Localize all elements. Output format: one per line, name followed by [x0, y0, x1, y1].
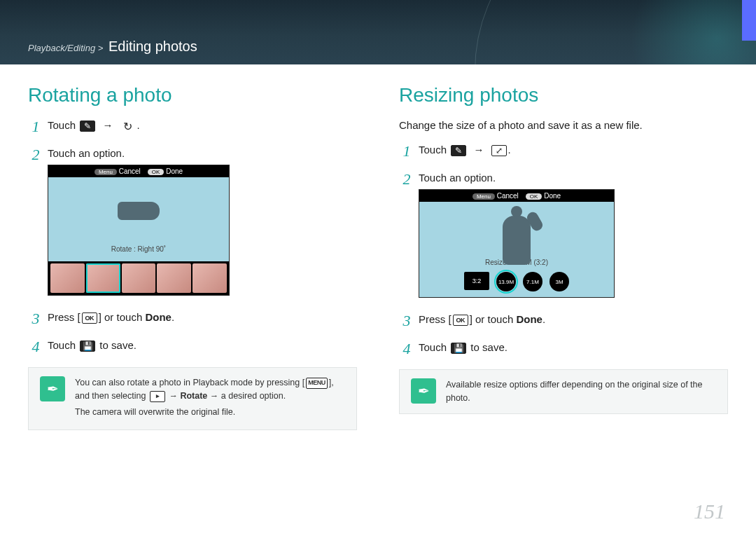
step-1: Touch ✎ → ↻. — [28, 119, 357, 132]
note-text: You can also rotate a photo in Playback … — [75, 376, 345, 421]
thumb-selected — [86, 263, 120, 293]
menu-pill: Menu — [94, 169, 117, 175]
ok-pill: OK — [148, 169, 164, 175]
rotate-icon: ↻ — [120, 121, 136, 132]
ok-key-icon: OK — [453, 315, 468, 326]
arrow-icon: → — [473, 144, 484, 156]
step-2: Touch an option. Menu Cancel OK Done Res… — [399, 172, 728, 298]
step-4: Touch 💾 to save. — [28, 339, 357, 352]
rotate-screenshot: Menu Cancel OK Done Rotate : Right 90˚ — [48, 165, 230, 296]
note-text: Available resize options differ dependin… — [446, 378, 716, 405]
thumb — [192, 263, 227, 293]
resize-preview: Resize : 13.9M (3:2) 3:2 13.9M 7.1M 3M — [419, 202, 614, 297]
thumb — [122, 263, 156, 293]
edit-icon: ✎ — [451, 145, 466, 156]
thumbnail-strip — [48, 261, 229, 295]
breadcrumb: Playback/Editing > Editing photos — [28, 39, 197, 55]
thumb — [157, 263, 191, 293]
steps-rotating: Touch ✎ → ↻. Touch an option. Menu Cance… — [28, 119, 357, 352]
breadcrumb-sep: > — [98, 43, 104, 53]
ok-key-icon: OK — [82, 312, 97, 324]
save-icon: 💾 — [451, 343, 466, 354]
opt-size-selected: 13.9M — [496, 272, 516, 291]
header-banner: Playback/Editing > Editing photos — [0, 0, 756, 64]
step-4: Touch 💾 to save. — [399, 341, 728, 354]
rotate-caption: Rotate : Right 90˚ — [111, 245, 166, 253]
breadcrumb-parent: Playback/Editing — [28, 43, 95, 53]
resize-intro: Change the size of a photo and save it a… — [399, 119, 728, 131]
step-3: Press [OK] or touch Done. — [399, 313, 728, 326]
pen-note-icon: ✒ — [411, 378, 436, 404]
section-title-resizing: Resizing photos — [399, 84, 728, 106]
note-resize: ✒ Available resize options differ depend… — [399, 369, 728, 414]
step-2: Touch an option. Menu Cancel OK Done Rot… — [28, 147, 357, 296]
arrow-icon: → — [102, 119, 113, 131]
save-icon: 💾 — [80, 341, 95, 352]
note-rotate: ✒ You can also rotate a photo in Playbac… — [28, 367, 357, 430]
opt-size: 7.1M — [523, 272, 542, 291]
content: Rotating a photo Touch ✎ → ↻. Touch an o… — [0, 64, 756, 430]
side-tab — [742, 0, 756, 41]
silhouette-icon — [118, 202, 160, 220]
steps-resizing: Touch ✎ → ⤢. Touch an option. Menu Cance… — [399, 144, 728, 354]
pen-note-icon: ✒ — [40, 376, 65, 401]
rotate-preview: Rotate : Right 90˚ — [48, 177, 229, 261]
page-number: 151 — [694, 500, 725, 523]
opt-size: 3M — [550, 272, 569, 291]
menu-key-icon: MENU — [306, 378, 328, 389]
play-key-icon: ▸ — [150, 391, 165, 402]
resize-options: 3:2 13.9M 7.1M 3M — [464, 272, 569, 291]
silhouette-icon — [503, 216, 531, 265]
ok-pill: OK — [526, 193, 542, 200]
shot-top-bar: Menu Cancel OK Done — [419, 190, 614, 202]
menu-pill: Menu — [472, 193, 495, 200]
resize-icon: ⤢ — [491, 145, 507, 156]
edit-icon: ✎ — [80, 121, 95, 132]
breadcrumb-current: Editing photos — [108, 39, 197, 54]
resize-screenshot: Menu Cancel OK Done Resize : 13.9M (3:2)… — [419, 189, 615, 298]
column-resizing: Resizing photos Change the size of a pho… — [399, 84, 728, 430]
section-title-rotating: Rotating a photo — [28, 84, 357, 106]
thumb — [50, 263, 85, 293]
shot-top-bar: Menu Cancel OK Done — [48, 165, 229, 177]
column-rotating: Rotating a photo Touch ✎ → ↻. Touch an o… — [28, 84, 357, 430]
opt-aspect: 3:2 — [464, 272, 489, 290]
step-1: Touch ✎ → ⤢. — [399, 144, 728, 156]
step-3: Press [OK] or touch Done. — [28, 311, 357, 324]
